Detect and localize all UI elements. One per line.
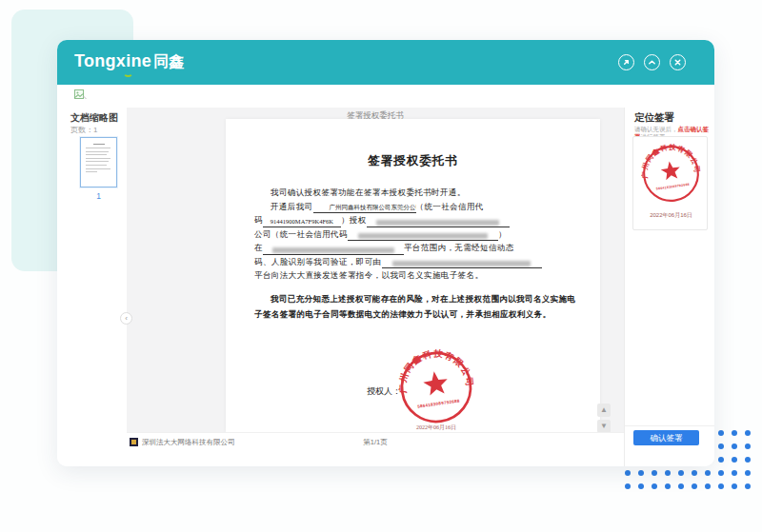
document-page: 签署授权委托书 我司确认授权签署功能在签署本授权委托书时开通。 开通后我司广州同…: [226, 119, 600, 432]
company-seal-stamp[interactable]: 广州同鑫科技有限公司东莞分公司 5864183089792688: [393, 345, 479, 430]
paragraph-risk: 我司已充分知悉上述授权可能存在的风险，对在上述授权范围内以我司名义实施电子签名签…: [254, 291, 579, 322]
seal-preview-stamp: 广州同鑫科技有限公司东莞分公司 5864183089792688: [637, 140, 705, 207]
document-title: 签署授权委托书: [226, 153, 600, 169]
toolbar-strip: [57, 85, 714, 108]
seal-star-icon: [660, 160, 682, 181]
app-window: Tongxine同鑫 文档缩略图 页数：1: [57, 40, 714, 466]
chevron-up-icon: [648, 58, 656, 67]
logo-smile-decoration: [123, 71, 133, 77]
seal-star-icon: [422, 370, 450, 397]
close-icon: [673, 58, 682, 67]
expand-button[interactable]: [618, 54, 634, 70]
line-verify: 码、人脸识别等我司验证，即可由: [254, 255, 579, 269]
title-bar: Tongxine同鑫: [57, 40, 714, 85]
panel-divider: [625, 425, 714, 426]
signer-label: 授权人：: [367, 385, 401, 398]
expand-icon: [622, 58, 631, 67]
screen: Tongxine同鑫 文档缩略图 页数：1: [0, 0, 762, 532]
brand-name: Tongxine: [74, 51, 151, 70]
redacted-platform-name-2: [382, 258, 542, 268]
sign-panel-title: 定位签署: [634, 111, 674, 125]
brand-logo: Tongxine同鑫: [74, 51, 185, 72]
redacted-authorized-code: [348, 230, 498, 241]
viewer-footer-bar: 深圳法大大网络科技有限公司 第1/1页: [127, 432, 624, 466]
confirm-sign-button[interactable]: 确认签署: [633, 430, 699, 445]
page-thumbnail[interactable]: [80, 137, 117, 187]
page-up-button[interactable]: ▲: [597, 404, 611, 417]
line-company: 开通后我司广州同鑫科技有限公司东莞分公司（统一社会信用代: [254, 200, 579, 214]
broken-image-icon: [74, 89, 87, 101]
line-platform: 在平台范围内，无需经短信动态: [254, 241, 579, 255]
sign-panel: 定位签署 请确认无误后，点击确认签署进行签署 广州同鑫科技有限公司东莞分公司 5…: [624, 108, 714, 466]
document-body: 我司确认授权签署功能在签署本授权委托书时开通。 开通后我司广州同鑫科技有限公司东…: [254, 186, 579, 283]
thumbnail-panel: 文档缩略图 页数：1 1: [57, 108, 127, 466]
close-button[interactable]: [670, 54, 686, 70]
redacted-authorized-name: [367, 217, 510, 227]
redacted-platform-name: [263, 245, 404, 255]
svg-text:5864183089792688: 5864183089792688: [656, 183, 691, 191]
thumbnail-panel-title: 文档缩略图: [70, 111, 118, 125]
minimize-button[interactable]: [644, 54, 660, 70]
page-count-label: 页数：1: [70, 125, 97, 135]
seal-preview-card[interactable]: 广州同鑫科技有限公司东莞分公司 5864183089792688 2022年06…: [632, 136, 708, 230]
line-authorized: 公司（统一社会信用代码）: [254, 227, 579, 242]
paragraph-intro: 我司确认授权签署功能在签署本授权委托书时开通。: [254, 186, 579, 200]
line-credit-code: 码91441900MA7F9K4F6K）授权: [254, 213, 579, 227]
seal-preview-date: 2022年06月16日: [633, 211, 709, 220]
collapse-sidebar-handle[interactable]: ‹: [120, 312, 132, 325]
thumbnail-page-number: 1: [80, 191, 117, 201]
page-down-button[interactable]: ▼: [597, 420, 611, 433]
credit-code-fill: 91441900MA7F9K4F6K: [263, 217, 341, 227]
line-final: 平台向法大大直接发送签署指令，以我司名义实施电子签名。: [254, 268, 579, 283]
company-name-fill: 广州同鑫科技有限公司东莞分公司: [313, 203, 416, 213]
page-indicator: 第1/1页: [127, 438, 624, 447]
document-viewer: 签署授权委托书 ‹ 签署授权委托书 我司确认授权签署功能在签署本授权委托书时开通…: [127, 108, 624, 432]
page-nav-buttons: ▲ ▼: [597, 404, 611, 436]
seal-date: 2022年06月16日: [389, 424, 484, 432]
svg-text:5864183089792688: 5864183089792688: [417, 399, 460, 409]
brand-name-cn: 同鑫: [153, 53, 185, 69]
